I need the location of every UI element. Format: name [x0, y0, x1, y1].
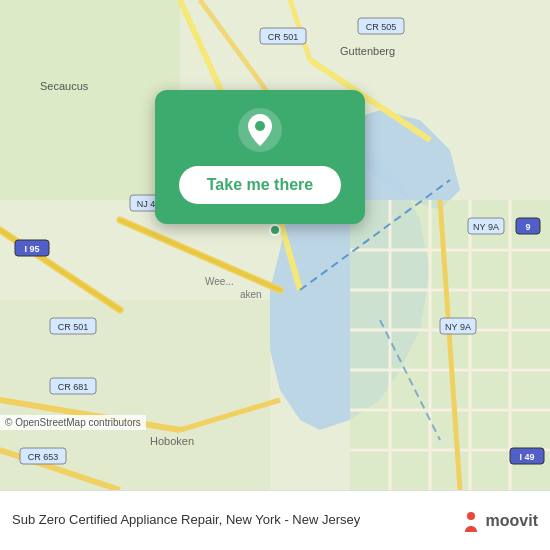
svg-text:NY 9A: NY 9A: [473, 222, 499, 232]
map-attribution: © OpenStreetMap contributors: [0, 415, 146, 430]
svg-text:Secaucus: Secaucus: [40, 80, 89, 92]
popup-card: Take me there: [155, 90, 365, 224]
moovit-icon: [460, 510, 482, 532]
svg-text:Wee...: Wee...: [205, 276, 234, 287]
map-container: CR 501 CR 505 CR 501 NJ 495 I 95 CR 501 …: [0, 0, 550, 490]
svg-point-62: [255, 121, 265, 131]
svg-text:NY 9A: NY 9A: [445, 322, 471, 332]
take-me-there-button[interactable]: Take me there: [179, 166, 341, 204]
svg-text:I 95: I 95: [24, 244, 39, 254]
svg-text:CR 505: CR 505: [366, 22, 397, 32]
svg-text:9: 9: [525, 222, 530, 232]
moovit-text: moovit: [486, 512, 538, 530]
svg-point-63: [467, 512, 475, 520]
location-pin-icon: [236, 106, 284, 154]
svg-text:Guttenberg: Guttenberg: [340, 45, 395, 57]
location-description: Sub Zero Certified Appliance Repair, New…: [12, 512, 460, 529]
bottom-bar: Sub Zero Certified Appliance Repair, New…: [0, 490, 550, 550]
svg-text:CR 653: CR 653: [28, 452, 59, 462]
moovit-logo: moovit: [460, 510, 538, 532]
svg-point-60: [270, 225, 280, 235]
svg-text:CR 501: CR 501: [58, 322, 89, 332]
svg-rect-3: [0, 0, 180, 200]
svg-text:CR 681: CR 681: [58, 382, 89, 392]
svg-text:CR 501: CR 501: [268, 32, 299, 42]
svg-text:aken: aken: [240, 289, 262, 300]
svg-text:I 49: I 49: [519, 452, 534, 462]
svg-text:Hoboken: Hoboken: [150, 435, 194, 447]
